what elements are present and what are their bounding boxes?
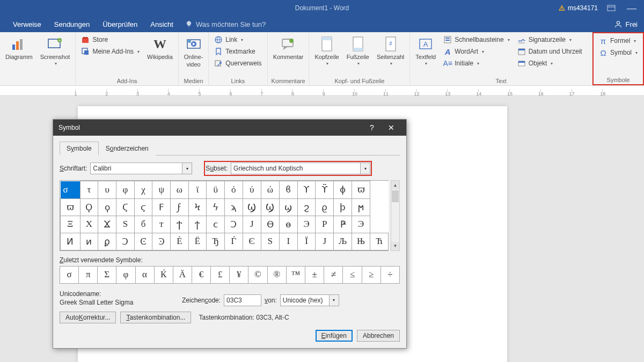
symbol-cell[interactable]: Ͷ (61, 233, 80, 250)
recent-symbol-cell[interactable]: Ќ (154, 266, 173, 283)
recent-symbol-cell[interactable]: ≤ (343, 266, 362, 283)
symbol-cell[interactable]: Ϫ (98, 216, 116, 233)
symbol-cell[interactable]: Ѕ (261, 233, 279, 250)
symbol-cell[interactable]: Ϙ (80, 198, 98, 216)
symbol-cell[interactable]: Ͻ (225, 216, 243, 233)
symbol-cell[interactable]: Є (243, 233, 261, 250)
symbol-cell[interactable]: χ (134, 181, 152, 199)
symbol-cell[interactable]: Э (352, 216, 370, 233)
seitenzahl-button[interactable]: #Seitenzahl▾ (375, 34, 406, 67)
symbol-cell[interactable]: б (134, 216, 152, 233)
initiale-button[interactable]: A≡Initiale▾ (441, 58, 511, 69)
account-warning[interactable]: ms434171 (558, 4, 598, 12)
symbol-cell[interactable]: ϛ (134, 198, 152, 216)
symbol-cell[interactable]: Ј (316, 233, 334, 250)
symbol-cell[interactable]: Ϣ (261, 198, 279, 216)
store-button[interactable]: Store (79, 34, 142, 45)
symbol-cell[interactable]: ϱ (316, 198, 334, 216)
datum-button[interactable]: Datum und Uhrzeit (515, 46, 584, 57)
symbol-cell[interactable]: σ (61, 181, 80, 198)
dialog-help-button[interactable]: ? (362, 120, 382, 136)
recent-symbol-cell[interactable]: ® (267, 266, 286, 283)
symbol-cell[interactable]: J (243, 216, 261, 233)
grid-scrollbar[interactable]: ▲ ▼ (391, 180, 400, 251)
tab-sonderzeichen[interactable]: Sonderzeichen (99, 142, 156, 156)
signaturzeile-button[interactable]: Signaturzeile▾ (515, 34, 584, 45)
symbol-cell[interactable]: І (279, 233, 297, 250)
symbol-cell[interactable]: ϕ (334, 181, 352, 199)
online-video-button[interactable]: Online- video (182, 34, 205, 69)
recent-symbol-cell[interactable]: ≥ (362, 266, 380, 283)
symbol-cell[interactable]: Ё (188, 233, 207, 250)
recent-symbol-cell[interactable]: © (248, 266, 267, 283)
recent-grid[interactable]: σπΣφαЌÄ€£¥©®™±≠≤≥÷ (60, 266, 400, 284)
screenshot-button[interactable]: + Screenshot▾ (38, 34, 72, 67)
schriftart-select[interactable]: Calibri▾ (90, 162, 192, 174)
link-button[interactable]: Link▾ (212, 34, 264, 45)
symbol-cell[interactable]: ϙ (98, 198, 116, 216)
textmarke-button[interactable]: Textmarke (212, 46, 264, 57)
symbol-cell[interactable]: ϖ (352, 181, 370, 199)
recent-symbol-cell[interactable]: φ (116, 266, 135, 283)
symbol-cell[interactable]: Р (316, 216, 334, 233)
recent-symbol-cell[interactable]: Σ (98, 266, 116, 283)
symbol-cell[interactable]: Ѓ (225, 233, 243, 250)
recent-symbol-cell[interactable]: € (192, 266, 211, 283)
symbol-cell[interactable]: ό (225, 181, 243, 199)
symbol-cell[interactable]: Ї (297, 233, 316, 250)
ribbon-display-options-icon[interactable] (604, 2, 618, 14)
symbol-cell[interactable]: ω (171, 181, 189, 199)
symbol-cell[interactable]: ϯ (188, 216, 207, 233)
symbol-cell[interactable]: Ͽ (152, 233, 171, 250)
symbol-cell[interactable]: т (152, 216, 171, 233)
symbol-cell[interactable]: ϲ (207, 216, 225, 233)
tab-ueberpruefen[interactable]: Überprüfen (96, 16, 144, 32)
scroll-up-icon[interactable]: ▲ (391, 181, 399, 189)
textfeld-button[interactable]: ATextfeld▾ (413, 34, 438, 67)
scroll-down-icon[interactable]: ▼ (391, 242, 399, 250)
querverweis-button[interactable]: Querverweis (212, 58, 264, 69)
zeichencode-input[interactable]: 03C3 (224, 294, 261, 306)
recent-symbol-cell[interactable]: ¥ (230, 266, 248, 283)
symbol-cell[interactable]: Ө (261, 216, 279, 233)
dialog-titlebar[interactable]: Symbol ? ✕ (53, 120, 406, 136)
wordart-button[interactable]: AWordArt▾ (441, 46, 511, 57)
symbol-cell[interactable]: φ (116, 181, 135, 199)
fusszeile-button[interactable]: Fußzeile▾ (345, 34, 371, 67)
objekt-button[interactable]: Objekt▾ (515, 58, 584, 69)
tab-verweise[interactable]: Verweise (6, 16, 48, 32)
einfuegen-button[interactable]: Einfügen (316, 330, 353, 342)
tab-ansicht[interactable]: Ansicht (144, 16, 180, 32)
symbol-cell[interactable]: ψ (152, 181, 171, 199)
symbol-cell[interactable]: ϒ (297, 181, 316, 199)
recent-symbol-cell[interactable]: Ä (173, 266, 192, 283)
symbol-cell[interactable]: Χ (80, 216, 98, 233)
symbol-cell[interactable]: Ϣ (243, 198, 261, 216)
symbol-cell[interactable]: Њ (352, 233, 370, 250)
symbol-cell[interactable]: ϔ (316, 181, 334, 199)
autokorrektur-button[interactable]: AutoKorrektur... (60, 312, 116, 323)
schnellbausteine-button[interactable]: Schnellbausteine▾ (441, 34, 511, 45)
symbol-button[interactable]: ΩSymbol▾ (597, 47, 640, 58)
symbol-cell[interactable]: Ћ (370, 233, 389, 250)
symbol-cell[interactable]: Ͼ (134, 233, 152, 250)
symbol-grid[interactable]: στυφχψωϊϋόύώϐϒϔϕϖϖϘϙϚϛϜϝϞϟϡϢϢϣϩϱϸϻΞΧϪЅбт… (60, 180, 389, 251)
formel-button[interactable]: πFormel▾ (597, 35, 640, 46)
tab-symbole[interactable]: Symbole (60, 142, 99, 156)
tell-me[interactable]: Was möchten Sie tun? (185, 20, 266, 28)
symbol-cell[interactable]: ϐ (279, 181, 297, 199)
symbol-cell[interactable]: Ϝ (152, 198, 171, 216)
symbol-cell[interactable]: Ϯ (171, 216, 189, 233)
symbol-cell[interactable]: Ϟ (188, 198, 207, 216)
symbol-cell[interactable]: ϻ (352, 198, 370, 216)
recent-symbol-cell[interactable]: α (135, 266, 154, 283)
symbol-cell[interactable]: Ͻ (116, 233, 135, 250)
wikipedia-button[interactable]: W Wikipedia (145, 34, 175, 61)
symbol-cell[interactable]: Ѐ (171, 233, 189, 250)
symbol-cell[interactable]: Ҏ (334, 216, 352, 233)
symbol-cell[interactable]: ϩ (297, 198, 316, 216)
symbol-cell[interactable]: Ξ (61, 216, 80, 233)
recent-symbol-cell[interactable]: σ (60, 266, 79, 283)
recent-symbol-cell[interactable]: ÷ (380, 266, 399, 283)
tastenkombination-button[interactable]: Tastenkombination... (120, 312, 191, 323)
